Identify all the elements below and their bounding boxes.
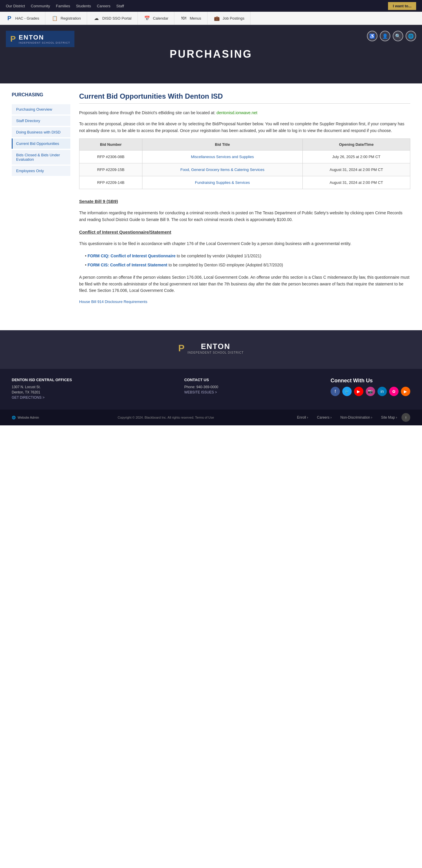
bid-title-1: Miscellaneous Services and Supplies [142, 151, 303, 163]
website-admin[interactable]: 🌐 Website Admin [12, 416, 39, 420]
contact-title: CONTACT US [184, 378, 218, 382]
footer-careers-link[interactable]: Careers › [317, 415, 332, 420]
logo-p-icon: P [10, 34, 16, 43]
quick-link-hac[interactable]: P HAC - Grades [0, 12, 46, 25]
sidebar: PURCHASING Purchasing Overview Staff Dir… [12, 92, 70, 310]
hero-section: P ENTON INDEPENDENT SCHOOL DISTRICT PURC… [0, 25, 422, 84]
sidebar-item-bids-closed[interactable]: Bids Closed & Bids Under Evaluation [12, 150, 70, 164]
nav-families[interactable]: Families [56, 4, 70, 8]
registration-icon: 📋 [51, 14, 58, 22]
sidebar-item-purchasing-overview[interactable]: Purchasing Overview [12, 104, 70, 115]
bid-number-2: RFP #2209-15B [79, 163, 142, 176]
sidebar-item-current-bid[interactable]: Current Bid Opportunities [12, 138, 70, 149]
list-item-cis: FORM CIS: Conflict of Interest Statement… [85, 260, 410, 269]
footer-contact: CONTACT US Phone: 940-369-0000 WEBSITE I… [184, 378, 218, 396]
quick-links-bar: P HAC - Grades 📋 Registration ☁ DISD SSO… [0, 12, 422, 25]
nav-careers[interactable]: Careers [97, 4, 110, 8]
conflict-heading: Conflict of Interest Questionnaire/State… [79, 229, 410, 236]
website-issues-link[interactable]: WEBSITE ISSUES > [184, 390, 218, 394]
house-bill-link[interactable]: House Bill 914 Disclosure Requirements [79, 300, 147, 304]
linkedin-icon[interactable]: in [377, 387, 387, 396]
footer-enroll-link[interactable]: Enroll › [297, 415, 308, 420]
bid-title-2: Food, General Grocery Items & Catering S… [142, 163, 303, 176]
table-row: RFP #2209-15B Food, General Grocery Item… [79, 163, 410, 176]
website-admin-label: Website Admin [18, 416, 39, 419]
bid-date-3: August 31, 2024 at 2:00 PM CT [303, 176, 410, 189]
bid-date-2: August 31, 2024 at 2:00 PM CT [303, 163, 410, 176]
nav-staff[interactable]: Staff [116, 4, 124, 8]
quick-link-registration[interactable]: 📋 Registration [46, 12, 87, 25]
bid-link-3[interactable]: Fundraising Supplies & Services [195, 180, 250, 185]
footer-nondiscrimination-link[interactable]: Non-Discrimination › [340, 415, 372, 420]
sidebar-item-staff-directory[interactable]: Staff Directory [12, 116, 70, 126]
globe-small-icon: 🌐 [12, 416, 16, 420]
twitter-icon[interactable]: 🐦 [342, 387, 351, 396]
hero-icons: ♿ 👤 🔍 🌐 [367, 31, 416, 41]
sidebar-item-doing-business[interactable]: Doing Business with DISD [12, 127, 70, 137]
content-divider [79, 103, 410, 104]
nav-community[interactable]: Community [31, 4, 50, 8]
bid-link-2[interactable]: Food, General Grocery Items & Catering S… [180, 167, 264, 172]
form-cis-rest: to be completed by Denton ISD employee (… [169, 262, 283, 267]
table-row: RFP #2209-14B Fundraising Supplies & Ser… [79, 176, 410, 189]
i-want-button[interactable]: I want to... [388, 2, 416, 10]
table-header: Bid Number Bid Title Opening Date/Time [79, 139, 410, 151]
col-bid-title: Bid Title [142, 139, 303, 151]
footer-connect: Connect With Us f 🐦 ▶ 📷 in ✿ ▶ [331, 378, 410, 396]
nav-students[interactable]: Students [76, 4, 91, 8]
table-header-row: Bid Number Bid Title Opening Date/Time [79, 139, 410, 151]
hero-logo: P ENTON INDEPENDENT SCHOOL DISTRICT [6, 31, 75, 47]
accessibility-icon[interactable]: ♿ [367, 31, 377, 41]
table-body: RFP #2306-08B Miscellaneous Services and… [79, 151, 410, 189]
hac-label: HAC - Grades [15, 16, 39, 21]
scroll-to-top-button[interactable]: ↑ [401, 413, 410, 422]
intro-paragraph-1: Proposals being done through the Distric… [79, 110, 410, 116]
menus-label: Menus [190, 16, 201, 21]
quick-link-calendar[interactable]: 📅 Calendar [138, 12, 175, 25]
bid-link-1[interactable]: Miscellaneous Services and Supplies [191, 155, 254, 159]
footer-logo-text: ENTON [188, 342, 244, 351]
intro-paragraph-2: To access the proposal, please click on … [79, 121, 410, 134]
conflict-text: This questionnaire is to be filed in acc… [79, 240, 410, 247]
form-cis-link[interactable]: FORM CIS: Conflict of Interest Statement [88, 262, 167, 267]
col-bid-number: Bid Number [79, 139, 142, 151]
offices-title: DENTON ISD CENTRAL OFFICES [12, 378, 72, 382]
calendar-label: Calendar [153, 16, 169, 21]
jobs-label: Job Postings [223, 16, 245, 21]
footer-sitemap-link[interactable]: Site Map › [381, 415, 397, 420]
sidebar-item-employees-only[interactable]: Employees Only [12, 166, 70, 176]
directions-link[interactable]: GET DIRECTIONS > [12, 396, 72, 400]
footer-logo-sub: INDEPENDENT SCHOOL DISTRICT [188, 351, 244, 354]
bullet-list: FORM CIQ: Conflict of Interest Questionn… [85, 251, 410, 269]
quick-link-menus[interactable]: 🍽 Menus [174, 12, 207, 25]
footer-logo: P ENTON INDEPENDENT SCHOOL DISTRICT [12, 342, 410, 354]
intro-text-1: Proposals being done through the Distric… [79, 111, 217, 115]
form-ciq-link[interactable]: FORM CIQ: Conflict of Interest Questionn… [88, 253, 175, 258]
quick-link-jobs[interactable]: 💼 Job Postings [207, 12, 251, 25]
footer-bottom: DENTON ISD CENTRAL OFFICES 1307 N. Locus… [0, 369, 422, 409]
person-icon[interactable]: 👤 [380, 31, 390, 41]
search-icon[interactable]: 🔍 [393, 31, 403, 41]
copyright-text: Copyright © 2024. Blackboard Inc. All ri… [117, 416, 214, 419]
form-ciq-rest: to be completed by vendor (Adopted 1/1/2… [177, 253, 261, 258]
flickr-icon[interactable]: ✿ [389, 387, 399, 396]
bid-date-1: July 26, 2025 at 2:00 PM CT [303, 151, 410, 163]
jobs-icon: 💼 [213, 14, 220, 22]
youtube-icon[interactable]: ▶ [354, 387, 363, 396]
vimeo-icon[interactable]: ▶ [401, 387, 410, 396]
logo-text-block: ENTON INDEPENDENT SCHOOL DISTRICT [19, 34, 70, 44]
table-row: RFP #2306-08B Miscellaneous Services and… [79, 151, 410, 163]
address-line-1: 1307 N. Locust St. [12, 385, 72, 389]
facebook-icon[interactable]: f [331, 387, 340, 396]
content-heading: Current Bid Opportunities With Denton IS… [79, 92, 410, 100]
ionwave-link[interactable]: dentonisd.ionwave.net [217, 111, 257, 115]
bid-table: Bid Number Bid Title Opening Date/Time R… [79, 138, 410, 189]
footer-nav-links: Enroll › Careers › Non-Discrimination › … [293, 415, 397, 420]
quick-link-sso[interactable]: ☁ DISD SSO Portal [87, 12, 138, 25]
globe-icon[interactable]: 🌐 [405, 31, 416, 41]
list-item-ciq: FORM CIQ: Conflict of Interest Questionn… [85, 251, 410, 260]
instagram-icon[interactable]: 📷 [366, 387, 375, 396]
menus-icon: 🍽 [180, 14, 187, 22]
nav-our-district[interactable]: Our District [6, 4, 25, 8]
footer-logo-text-block: ENTON INDEPENDENT SCHOOL DISTRICT [188, 342, 244, 354]
